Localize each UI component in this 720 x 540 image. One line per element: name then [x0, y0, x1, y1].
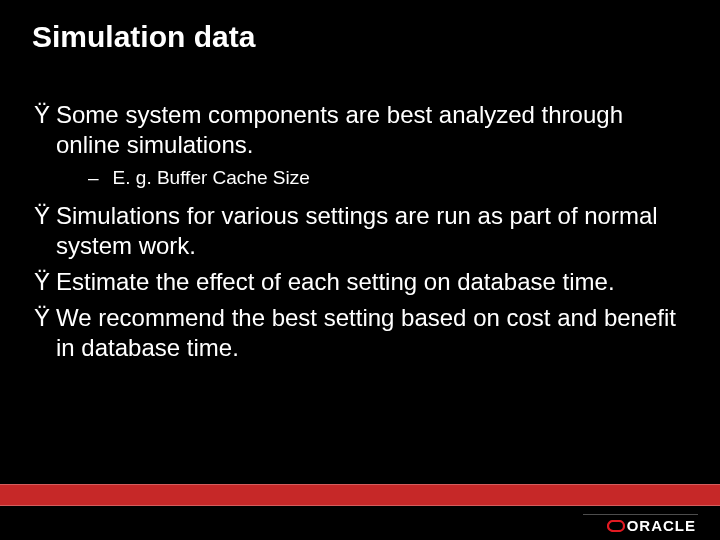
bullet-marker: Ÿ — [34, 303, 50, 333]
slide-title: Simulation data — [32, 20, 255, 54]
sub-bullet-marker: – — [88, 166, 99, 191]
bullet-item: Ÿ Estimate the effect of each setting on… — [34, 267, 690, 297]
bullet-item: Ÿ Some system components are best analyz… — [34, 100, 690, 160]
bullet-text: We recommend the best setting based on c… — [56, 303, 690, 363]
bullet-marker: Ÿ — [34, 267, 50, 297]
bullet-text: Estimate the effect of each setting on d… — [56, 267, 615, 297]
svg-rect-0 — [608, 521, 624, 531]
bullet-item: Ÿ Simulations for various settings are r… — [34, 201, 690, 261]
bullet-text: Simulations for various settings are run… — [56, 201, 690, 261]
bullet-text: Some system components are best analyzed… — [56, 100, 690, 160]
bullet-marker: Ÿ — [34, 201, 50, 231]
oracle-logo: ORACLE — [607, 517, 696, 534]
bullet-marker: Ÿ — [34, 100, 50, 130]
sub-bullet-item: – E. g. Buffer Cache Size — [88, 166, 690, 191]
footer-bar — [0, 484, 720, 506]
bullet-item: Ÿ We recommend the best setting based on… — [34, 303, 690, 363]
oracle-logo-icon — [607, 520, 625, 532]
oracle-logo-text: ORACLE — [627, 517, 696, 534]
sub-bullet-text: E. g. Buffer Cache Size — [113, 166, 310, 191]
slide: Simulation data Ÿ Some system components… — [0, 0, 720, 540]
logo-divider — [583, 514, 698, 515]
slide-content: Ÿ Some system components are best analyz… — [34, 100, 690, 369]
